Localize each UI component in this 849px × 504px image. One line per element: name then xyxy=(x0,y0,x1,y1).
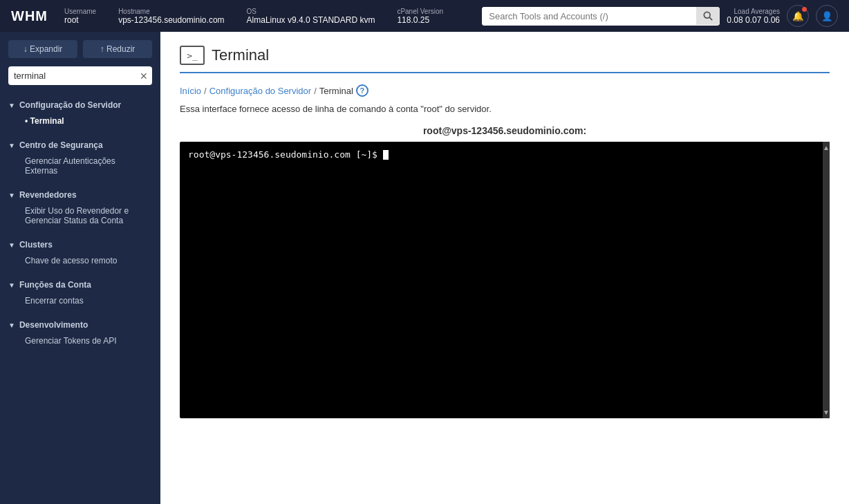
section-label-development: Desenvolvimento xyxy=(19,320,88,330)
terminal-container: root@vps-123456.seudominio.com [~]$ ▲ ▼ xyxy=(180,142,830,418)
os-value: AlmaLinux v9.4.0 STANDARD kvm xyxy=(247,15,375,25)
section-security-center: ▼ Centro de Segurança Gerenciar Autentic… xyxy=(0,132,160,182)
section-server-config: ▼ Configuração do Servidor Terminal xyxy=(0,92,160,132)
meta-hostname: Hostname vps-123456.seudominio.com xyxy=(118,8,224,25)
top-bar-meta: Username root Hostname vps-123456.seudom… xyxy=(64,8,443,25)
whm-logo: WHM xyxy=(11,8,48,24)
terminal-scrollbar[interactable]: ▲ ▼ xyxy=(823,142,830,418)
sidebar-item-terminal[interactable]: Terminal xyxy=(8,113,152,129)
search-icon xyxy=(703,11,713,21)
username-value: root xyxy=(64,15,96,25)
section-clusters: ▼ Clusters Chave de acesso remoto xyxy=(0,232,160,272)
terminal-icon: >_ xyxy=(180,46,205,65)
breadcrumb: Início / Configuração do Servidor / Term… xyxy=(180,84,830,97)
sidebar-item-terminate-accounts[interactable]: Encerrar contas xyxy=(8,292,152,309)
load-averages: Load Averages 0.08 0.07 0.06 xyxy=(727,8,780,25)
notifications-button[interactable]: 🔔 xyxy=(787,5,809,27)
notification-dot xyxy=(802,7,807,12)
breadcrumb-current: Terminal xyxy=(319,86,353,96)
sidebar-actions: ↓ Expandir ↑ Reduzir xyxy=(0,32,160,66)
breadcrumb-home[interactable]: Início xyxy=(180,86,201,96)
section-header-development[interactable]: ▼ Desenvolvimento xyxy=(8,317,152,333)
sidebar-search-clear[interactable]: ✕ xyxy=(140,71,148,82)
cpanel-value: 118.0.25 xyxy=(397,15,443,25)
section-label-resellers: Revendedores xyxy=(19,190,77,200)
section-header-server-config[interactable]: ▼ Configuração do Servidor xyxy=(8,97,152,113)
breadcrumb-server-config[interactable]: Configuração do Servidor xyxy=(209,86,311,96)
sidebar: ↓ Expandir ↑ Reduzir ✕ ▼ Configuração do… xyxy=(0,32,160,504)
terminal-window[interactable]: root@vps-123456.seudominio.com [~]$ xyxy=(180,142,830,418)
page-title-row: >_ Terminal xyxy=(180,46,830,73)
sidebar-item-reseller-usage[interactable]: Exibir Uso do Revendedor e Gerenciar Sta… xyxy=(8,203,152,229)
scroll-up-arrow[interactable]: ▲ xyxy=(823,142,830,153)
top-bar: WHM Username root Hostname vps-123456.se… xyxy=(0,0,849,32)
svg-line-1 xyxy=(709,17,712,20)
cpanel-label: cPanel Version xyxy=(397,8,443,15)
section-label-server-config: Configuração do Servidor xyxy=(19,100,121,110)
chevron-down-icon-4: ▼ xyxy=(8,241,15,249)
section-label-security: Centro de Segurança xyxy=(19,140,103,150)
chevron-down-icon-6: ▼ xyxy=(8,321,15,329)
breadcrumb-sep-2: / xyxy=(314,86,317,96)
sidebar-item-remote-access[interactable]: Chave de acesso remoto xyxy=(8,252,152,269)
content-area: >_ Terminal Início / Configuração do Ser… xyxy=(160,32,849,504)
sidebar-item-manage-auth[interactable]: Gerenciar Autenticações Externas xyxy=(8,153,152,179)
chevron-down-icon-2: ▼ xyxy=(8,142,15,149)
meta-os: OS AlmaLinux v9.4.0 STANDARD kvm xyxy=(247,8,375,25)
username-label: Username xyxy=(64,8,96,15)
sidebar-item-api-tokens[interactable]: Gerenciar Tokens de API xyxy=(8,333,152,349)
os-label: OS xyxy=(247,8,375,15)
section-development: ▼ Desenvolvimento Gerenciar Tokens de AP… xyxy=(0,312,160,352)
load-avg-label: Load Averages xyxy=(734,8,780,15)
chevron-down-icon-5: ▼ xyxy=(8,281,15,289)
search-bar-container[interactable] xyxy=(482,7,720,26)
section-header-clusters[interactable]: ▼ Clusters xyxy=(8,237,152,252)
section-header-account-functions[interactable]: ▼ Funções da Conta xyxy=(8,277,152,292)
user-button[interactable]: 👤 xyxy=(816,5,838,27)
meta-cpanel: cPanel Version 118.0.25 xyxy=(397,8,443,25)
scroll-down-arrow[interactable]: ▼ xyxy=(823,407,830,418)
load-avg-values: 0.08 0.07 0.06 xyxy=(727,15,780,25)
hostname-value: vps-123456.seudominio.com xyxy=(118,15,224,25)
collapse-button[interactable]: ↑ Reduzir xyxy=(83,40,152,58)
section-header-security[interactable]: ▼ Centro de Segurança xyxy=(8,138,152,153)
section-header-resellers[interactable]: ▼ Revendedores xyxy=(8,187,152,203)
chevron-down-icon-3: ▼ xyxy=(8,192,15,199)
main-layout: ↓ Expandir ↑ Reduzir ✕ ▼ Configuração do… xyxy=(0,32,849,504)
terminal-cursor xyxy=(383,150,389,160)
bell-icon: 🔔 xyxy=(792,11,804,21)
terminal-prompt: root@vps-123456.seudominio.com [~]$ xyxy=(188,149,383,160)
section-label-clusters: Clusters xyxy=(19,240,53,250)
breadcrumb-sep-1: / xyxy=(204,86,207,96)
svg-point-0 xyxy=(705,12,711,18)
help-icon[interactable]: ? xyxy=(356,84,368,97)
sidebar-search-input[interactable] xyxy=(8,66,152,85)
hostname-label: Hostname xyxy=(118,8,224,15)
page-title: Terminal xyxy=(212,46,269,64)
description-text: Essa interface fornece acesso de linha d… xyxy=(180,104,830,114)
meta-username: Username root xyxy=(64,8,96,25)
section-label-account-functions: Funções da Conta xyxy=(19,280,91,290)
top-bar-left: WHM Username root Hostname vps-123456.se… xyxy=(11,8,443,25)
terminal-heading: root@vps-123456.seudominio.com: xyxy=(180,125,830,136)
user-icon: 👤 xyxy=(821,11,833,21)
top-bar-right: Load Averages 0.08 0.07 0.06 🔔 👤 xyxy=(482,5,838,27)
search-input[interactable] xyxy=(482,7,696,26)
chevron-down-icon: ▼ xyxy=(8,102,15,109)
search-button[interactable] xyxy=(696,7,720,25)
sidebar-search: ✕ xyxy=(0,66,160,92)
section-account-functions: ▼ Funções da Conta Encerrar contas xyxy=(0,272,160,312)
expand-button[interactable]: ↓ Expandir xyxy=(8,40,77,58)
section-resellers: ▼ Revendedores Exibir Uso do Revendedor … xyxy=(0,182,160,232)
